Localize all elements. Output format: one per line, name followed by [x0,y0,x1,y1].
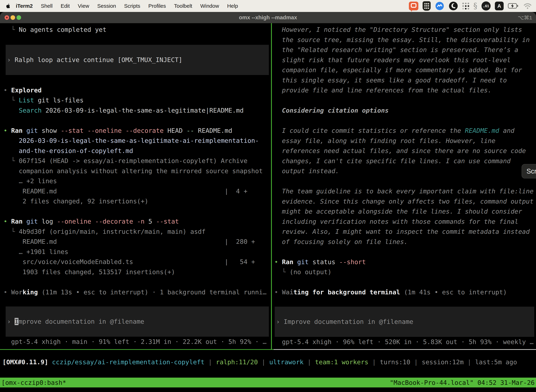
terminal-line: • Waiting for background terminal (1m 41… [274,287,536,297]
terminal-line: the source tree, missing the essay. Stil… [274,35,536,45]
terminal-content: └ No agents completed yet › Ralph loop a… [0,23,536,392]
screen-overlay-button[interactable]: Scre [522,164,536,178]
seal-badge-icon[interactable] [435,1,444,11]
tmux-host-clock: "MacBook-Pro-44.local" 04:52 31-Mar-26 [390,379,535,386]
terminal-line: companion file, especially if more comme… [274,65,536,75]
terminal-line: might be acceptable alongside the file l… [274,206,536,217]
wifi-icon[interactable] [523,3,532,9]
omx-status-pane: [OMX#0.11.9] cczip/essay/ai-reimplementa… [0,350,536,378]
terminal-line: However, I noticed the "Directory Struct… [274,25,536,35]
menu-item-toolbelt[interactable]: Toolbelt [170,3,196,9]
terminal-line: • Working (11m 13s • esc to interrupt) ·… [4,287,271,297]
grid-dots-icon[interactable] [462,3,469,9]
window-shortcut-hint: ⌥⌘1 [518,12,532,23]
terminal-line [4,75,271,85]
window-titlebar[interactable]: omx --xhigh --madmax ⌥⌘1 [0,12,536,23]
terminal-line [4,277,271,287]
prompt-input[interactable]: › Improve documentation in @filename [275,307,534,337]
terminal-line: slight risk that future readers may over… [274,55,536,65]
terminal-line: Considering citation options [274,105,536,116]
terminal-line: companion analysis without altering the … [4,166,271,176]
terminal-line: changes, I can't cite specific file line… [274,156,536,166]
terminal-line: gpt-5.4 xhigh · 96% left · 520K in · 5.8… [274,337,536,347]
menubar-status-icons: § ..61 A [409,1,532,11]
terminal-line [274,95,536,106]
tmux-session-label[interactable]: [omx-cczip0:bash* [1,379,66,386]
menu-item-scripts[interactable]: Scripts [120,3,144,9]
terminal-line: └ (no output) [274,267,536,277]
terminal-line [274,116,536,126]
chat-app-icon[interactable] [409,2,418,10]
terminal-line: • Ran git show --stat --oneline --decora… [4,126,271,136]
terminal-line: essay file, along with finding root file… [274,136,536,146]
terminal-line: this single essay, it seems like a good … [274,75,536,85]
terminal-line: 2 files changed, 92 insertions(+) [4,196,271,206]
terminal-line [274,176,536,186]
terminal-line: output instead. [274,166,536,176]
terminal-line: Search 2026-03-09-is-legal-the-same-as-l… [4,105,271,116]
terminal-line: … +2 lines [4,176,271,186]
menu-item-edit[interactable]: Edit [57,3,74,9]
terminal-line: └ No agents completed yet [4,25,271,35]
crescent-app-icon[interactable] [449,1,458,11]
terminal-line: review. Also, I might want to inspect th… [274,227,536,237]
terminal-line: of focusing solely on file lines. [274,237,536,247]
terminal-line: README.md | 280 + [4,237,271,247]
menu-item-help[interactable]: Help [223,3,242,9]
terminal-line: references need actual files, and since … [274,146,536,156]
terminal-line: and-the-erosion-of-copyleft.md [4,146,271,156]
terminal-line: gpt-5.4 xhigh · main · 91% left · 2.31M … [4,337,271,347]
terminal-line [274,247,536,257]
prompt-input[interactable]: › Improve documentation in @filename [6,307,269,337]
terminal-line: • Explored [4,85,271,95]
menubar: iTerm2ShellEditViewSessionScriptsProfile… [0,0,536,12]
menu-item-window[interactable]: Window [196,3,223,9]
terminal-line: 1903 files changed, 513517 insertions(+) [4,267,271,277]
terminal-line: └ 067f154 (HEAD -> essay/ai-reimplementa… [4,156,271,166]
terminal-pane-right[interactable]: However, I noticed the "Directory Struct… [272,23,536,349]
terminal-line: • Ran git status --short [274,257,536,267]
window-title: omx --xhigh --madmax [0,12,536,23]
terminal-line: the "Related research writing" section i… [274,45,536,55]
menu-items: iTerm2ShellEditViewSessionScriptsProfile… [14,3,242,9]
terminal-line: • Ran git log --oneline --decorate -n 5 … [4,216,271,227]
terminal-line: └ 4b9d30f (origin/main, instructkr/main,… [4,227,271,237]
terminal-line: evidence. Since this change only affects… [274,196,536,206]
terminal-line [4,35,271,45]
terminal-line: provide file and line references from th… [274,85,536,95]
keyboard-layout-icon[interactable]: A [495,2,504,10]
iterm-window: omx --xhigh --madmax ⌥⌘1 └ No agents com… [0,12,536,392]
terminal-line [274,277,536,287]
terminal-line: … +1901 lines [4,247,271,257]
terminal-line: The team guideline is to back every impo… [274,186,536,196]
terminal-line: └ List git ls-files [4,95,271,105]
prompt-input[interactable]: › Ralph loop active continue [OMX_TMUX_I… [6,45,269,75]
menu-item-shell[interactable]: Shell [37,3,57,9]
tmux-status-bar: [omx-cczip0:bash* "MacBook-Pro-44.local"… [0,378,536,387]
squiggle-icon[interactable]: § [474,2,477,10]
shield-grid-icon[interactable] [423,1,431,11]
menu-item-iterm2[interactable]: iTerm2 [14,3,37,9]
menu-item-profiles[interactable]: Profiles [144,3,170,9]
terminal-line [4,206,271,217]
omx-status-line: [OMX#0.11.9] cczip/essay/ai-reimplementa… [2,357,536,367]
apple-menu-icon[interactable] [5,2,12,9]
terminal-line [4,115,271,126]
terminal-line: README.md | 4 + [4,186,271,196]
terminal-line: src/voice/voiceModeEnabled.ts | 54 + [4,257,271,267]
battery-icon[interactable] [508,3,519,9]
terminal-line: 2026-03-09-is-legal-the-same-as-legitima… [4,135,271,146]
terminal-line: including verification notes with those … [274,217,536,227]
terminal-line: I could cite commit statistics or refere… [274,126,536,136]
terminal-pane-left[interactable]: └ No agents completed yet › Ralph loop a… [0,23,271,349]
menu-item-session[interactable]: Session [93,3,120,9]
menu-item-view[interactable]: View [74,3,93,9]
count-badge-icon[interactable]: ..61 [482,1,491,10]
